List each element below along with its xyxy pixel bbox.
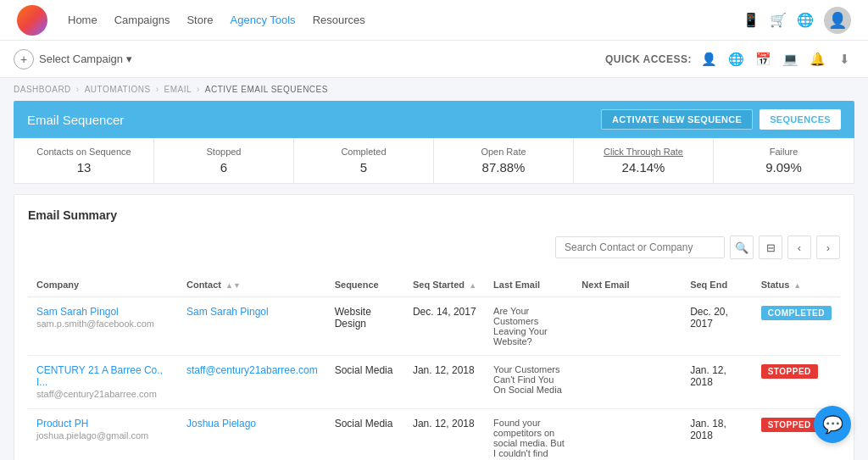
search-input[interactable]	[555, 236, 725, 258]
qa-icon-4[interactable]: 💻	[780, 49, 800, 69]
cell-status: STOPPED	[753, 356, 840, 409]
cell-company: Product PH joshua.pielago@gmail.com	[28, 409, 178, 461]
cell-contact: staff@century21abarree.com	[178, 356, 326, 409]
cell-status: COMPLETED	[753, 297, 840, 356]
email-summary-table: Company Contact ▲▼ Sequence Seq Started …	[28, 273, 840, 460]
company-name-link[interactable]: Product PH	[36, 418, 170, 430]
stat-failure-value: 9.09%	[724, 160, 843, 175]
user-avatar[interactable]: 👤	[824, 7, 851, 34]
activate-sequence-btn[interactable]: ACTIVATE NEW SEQUENCE	[601, 109, 753, 130]
notification-icon[interactable]: 📱	[743, 12, 760, 29]
qa-icon-1[interactable]: 👤	[698, 49, 719, 69]
cell-next-email	[573, 297, 682, 356]
nav-resources[interactable]: Resources	[313, 14, 365, 26]
quick-access: QUICK ACCESS: 👤 🌐 📅 💻 🔔 ⬇	[605, 49, 854, 69]
nav-campaigns[interactable]: Campaigns	[114, 14, 170, 26]
select-campaign-dropdown[interactable]: Select Campaign ▾	[39, 53, 132, 65]
breadcrumb-automations[interactable]: AUTOMATIONS	[85, 85, 151, 94]
card-title: Email Summary	[28, 208, 840, 222]
nav-agency-tools[interactable]: Agency Tools	[231, 14, 296, 26]
company-email: staff@century21abarree.com	[36, 389, 157, 399]
status-badge: STOPPED	[761, 418, 818, 432]
cell-next-email	[573, 356, 682, 409]
company-name-link[interactable]: CENTURY 21 A Barree Co., I...	[36, 364, 170, 388]
sequencer-header: Email Sequencer ACTIVATE NEW SEQUENCE SE…	[14, 101, 854, 138]
col-seq-end: Seq End	[682, 273, 753, 297]
globe-icon[interactable]: 🌐	[797, 12, 814, 29]
status-badge: STOPPED	[761, 364, 818, 379]
breadcrumb-dashboard[interactable]: DASHBOARD	[14, 85, 71, 94]
stat-open-rate-value: 87.88%	[444, 160, 563, 175]
company-email: joshua.pielago@gmail.com	[36, 430, 148, 441]
cell-seq-end: Jan. 18, 2018	[682, 409, 753, 461]
search-row: 🔍 ⊟ ‹ ›	[28, 236, 840, 259]
cell-seq-end: Jan. 12, 2018	[682, 356, 753, 409]
qa-icon-3[interactable]: 📅	[753, 49, 773, 69]
main-card: Email Summary 🔍 ⊟ ‹ › Company Contact ▲▼…	[14, 194, 854, 460]
cell-sequence: Social Media	[326, 356, 404, 409]
stat-contacts: Contacts on Sequence 13	[14, 138, 154, 183]
col-company: Company	[28, 273, 178, 297]
stat-stopped-label: Stopped	[164, 147, 283, 157]
stat-ctr: Click Through Rate 24.14%	[574, 138, 714, 183]
sequences-btn[interactable]: SEQUENCES	[760, 109, 841, 130]
cell-seq-end: Dec. 20, 2017	[682, 297, 753, 356]
col-status: Status ▲	[753, 273, 840, 297]
toolbar: + Select Campaign ▾ QUICK ACCESS: 👤 🌐 📅 …	[0, 41, 868, 78]
add-campaign-btn[interactable]: +	[14, 49, 34, 69]
contact-link[interactable]: Joshua Pielago	[186, 418, 256, 430]
stat-stopped-value: 6	[164, 160, 283, 175]
cart-icon[interactable]: 🛒	[770, 12, 787, 29]
top-nav-right: 📱 🛒 🌐 👤	[743, 7, 851, 34]
breadcrumb-email[interactable]: EMAIL	[164, 85, 192, 94]
table-row: CENTURY 21 A Barree Co., I... staff@cent…	[28, 356, 840, 409]
filter-button[interactable]: ⊟	[759, 236, 782, 259]
chat-icon: 💬	[822, 414, 843, 435]
toolbar-left: + Select Campaign ▾	[14, 49, 598, 69]
table-row: Product PH joshua.pielago@gmail.com Josh…	[28, 409, 840, 461]
stat-completed-label: Completed	[304, 147, 423, 157]
contact-link[interactable]: staff@century21abarree.com	[186, 364, 318, 376]
cell-seq-started: Dec. 14, 2017	[404, 297, 485, 356]
cell-seq-started: Jan. 12, 2018	[404, 409, 485, 461]
qa-icon-6[interactable]: ⬇	[834, 49, 854, 69]
select-campaign-label: Select Campaign	[39, 53, 123, 65]
stat-contacts-label: Contacts on Sequence	[25, 147, 143, 157]
next-page-button[interactable]: ›	[816, 236, 840, 259]
breadcrumb-active: ACTIVE EMAIL SEQUENCES	[205, 85, 328, 94]
stat-ctr-value: 24.14%	[584, 160, 703, 175]
company-name-link[interactable]: Sam Sarah Pingol	[36, 306, 170, 318]
nav-store[interactable]: Store	[186, 14, 213, 26]
stat-failure: Failure 9.09%	[714, 138, 854, 183]
status-badge: COMPLETED	[761, 306, 832, 320]
cell-company: CENTURY 21 A Barree Co., I... staff@cent…	[28, 356, 178, 409]
breadcrumb-sep-3: ›	[197, 85, 200, 94]
nav-home[interactable]: Home	[68, 14, 97, 26]
stat-completed-value: 5	[304, 160, 423, 175]
cell-seq-started: Jan. 12, 2018	[404, 356, 485, 409]
stat-ctr-label: Click Through Rate	[584, 147, 703, 157]
stat-open-rate: Open Rate 87.88%	[434, 138, 574, 183]
chat-bubble[interactable]: 💬	[814, 406, 851, 443]
cell-contact: Joshua Pielago	[178, 409, 326, 461]
contact-link[interactable]: Sam Sarah Pingol	[186, 306, 269, 318]
breadcrumb-sep-2: ›	[156, 85, 159, 94]
stat-open-rate-label: Open Rate	[444, 147, 563, 157]
qa-icon-5[interactable]: 🔔	[807, 49, 827, 69]
col-contact: Contact ▲▼	[178, 273, 326, 297]
chevron-down-icon: ▾	[126, 53, 132, 65]
prev-page-button[interactable]: ‹	[787, 236, 811, 259]
cell-last-email: Are Your Customers Leaving Your Website?	[485, 297, 573, 356]
qa-icon-2[interactable]: 🌐	[726, 49, 746, 69]
logo[interactable]	[17, 5, 47, 36]
stats-row: Contacts on Sequence 13 Stopped 6 Comple…	[14, 138, 854, 184]
cell-company: Sam Sarah Pingol sam.p.smith@facebook.co…	[28, 297, 178, 356]
stat-completed: Completed 5	[294, 138, 434, 183]
company-email: sam.p.smith@facebook.com	[36, 319, 154, 329]
sequencer-title: Email Sequencer	[27, 113, 124, 127]
col-seq-started: Seq Started ▲	[404, 273, 485, 297]
breadcrumb-sep-1: ›	[76, 85, 80, 94]
quick-access-label: QUICK ACCESS:	[605, 53, 692, 65]
search-button[interactable]: 🔍	[730, 236, 754, 259]
sequencer-buttons: ACTIVATE NEW SEQUENCE SEQUENCES	[601, 109, 841, 130]
